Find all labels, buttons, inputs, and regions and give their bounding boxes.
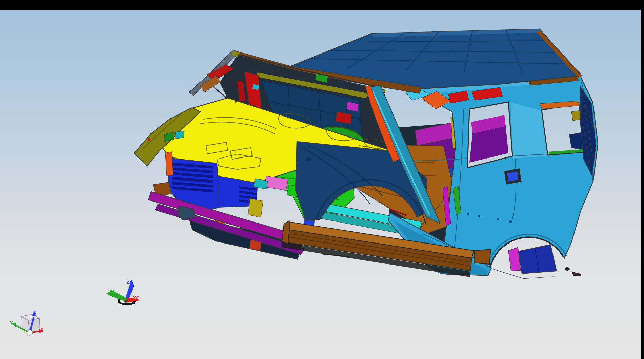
letterbox-top-bar [0, 0, 644, 10]
abs-z-label: Z [33, 310, 36, 315]
wcs-x-label: XC [133, 295, 139, 300]
abs-origin-sphere [27, 330, 33, 335]
abs-x-label: X [40, 327, 43, 332]
wcs-y-label: YC [109, 289, 116, 294]
viewport-canvas[interactable]: ZC YC XC Z Y X [0, 0, 644, 359]
loose-parts[interactable] [565, 267, 582, 276]
wcs-triad[interactable]: ZC YC XC [106, 280, 141, 305]
cad-application-window: ZC YC XC Z Y X [0, 0, 644, 359]
wcs-z-label: ZC [127, 280, 133, 285]
suv-body-model[interactable] [134, 29, 598, 278]
absolute-triad[interactable]: Z Y X [9, 310, 44, 335]
letterbox-right-bar [641, 0, 644, 359]
abs-y-label: Y [9, 321, 13, 325]
